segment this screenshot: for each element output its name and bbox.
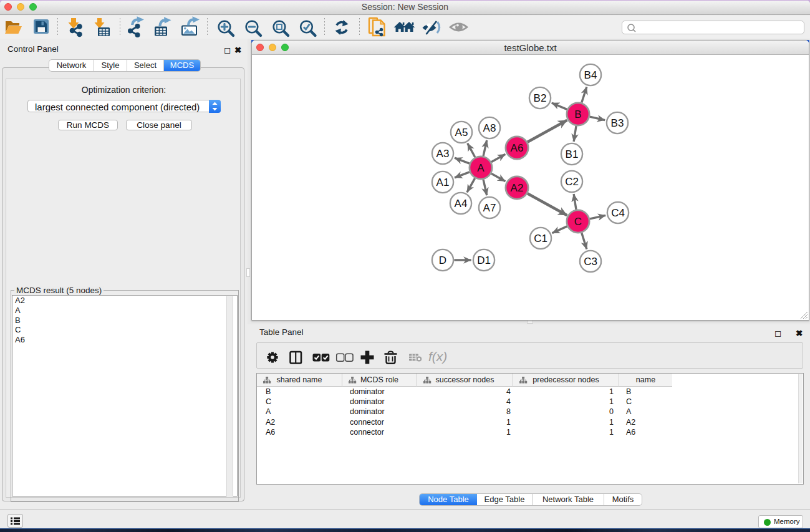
svg-text:B: B [574, 109, 581, 120]
svg-text:A2: A2 [511, 182, 524, 194]
svg-text:A6: A6 [511, 142, 524, 154]
svg-text:A3: A3 [436, 148, 450, 160]
svg-text:C2: C2 [565, 176, 579, 188]
svg-text:A8: A8 [483, 122, 496, 134]
svg-text:B4: B4 [584, 69, 597, 81]
svg-text:D1: D1 [477, 254, 491, 266]
svg-text:B3: B3 [611, 117, 624, 129]
svg-text:D: D [439, 254, 446, 266]
svg-text:A: A [477, 162, 485, 174]
svg-text:A7: A7 [483, 202, 496, 214]
svg-text:A1: A1 [436, 177, 450, 188]
svg-text:C3: C3 [584, 256, 597, 268]
svg-text:B1: B1 [566, 148, 579, 160]
svg-text:B2: B2 [534, 92, 547, 104]
svg-text:A4: A4 [455, 198, 468, 210]
svg-text:f(x): f(x) [428, 349, 447, 364]
svg-text:C1: C1 [534, 233, 547, 244]
svg-text:C4: C4 [611, 207, 625, 219]
svg-text:A5: A5 [455, 127, 468, 138]
svg-text:C: C [574, 216, 582, 228]
